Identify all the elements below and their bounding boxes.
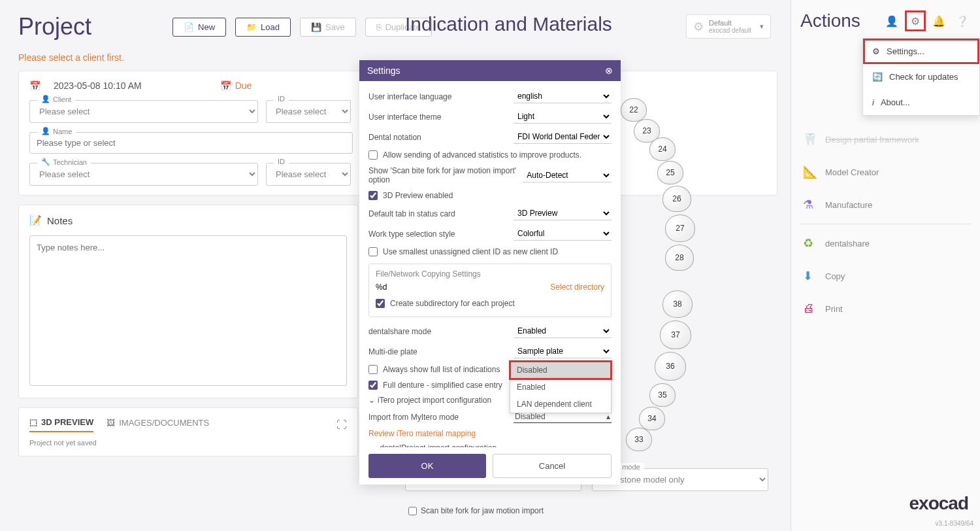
calendar-icon: 📅 — [220, 80, 231, 91]
dental-notation-select[interactable]: FDI World Dental Federation no — [514, 130, 612, 144]
refresh-icon: 🔄 — [872, 72, 883, 82]
multidie-select[interactable]: Sample plate — [514, 345, 612, 358]
due-date[interactable]: 📅Due — [220, 80, 252, 91]
tab-3d-preview[interactable]: ⬚3D PREVIEW — [29, 417, 93, 432]
dental-project-expand[interactable]: ⌄.dentalProject import configuration — [368, 441, 612, 447]
tooth-36[interactable]: 36 — [655, 352, 686, 381]
action-partial-framework[interactable]: 🦷Design partial framework — [800, 123, 971, 156]
tooth-38[interactable]: 38 — [662, 290, 693, 318]
technician-select[interactable]: Please select — [29, 163, 258, 186]
preview-card: ⬚3D PREVIEW 🖼IMAGES/DOCUMENTS ⛶ Project … — [18, 407, 358, 456]
cancel-button[interactable]: Cancel — [493, 454, 612, 478]
file-icon: 📄 — [184, 22, 194, 32]
client-select[interactable]: Please select — [29, 100, 258, 123]
ui-language-select[interactable]: english — [514, 90, 612, 103]
chevron-down-icon: ▾ — [760, 22, 764, 31]
create-subdir-checkbox[interactable] — [376, 299, 385, 308]
sliders-icon: ⚙ — [872, 46, 880, 56]
notes-card: 📝Notes — [18, 205, 358, 398]
tooth-26[interactable]: 26 — [662, 186, 691, 212]
settings-gear-button[interactable]: ⚙ — [907, 12, 924, 29]
brand-logo: exocad — [909, 493, 969, 514]
dropdown-option-lan[interactable]: LAN dependent client — [510, 396, 611, 413]
version-text: v3.1-8349/64 — [936, 520, 973, 527]
print-icon: 🖨 — [803, 301, 817, 316]
user-icon: 👤 — [41, 127, 50, 135]
image-icon: 🖼 — [106, 418, 115, 428]
copy-icon: ⎘ — [376, 22, 382, 32]
allow-stats-checkbox[interactable] — [368, 150, 378, 160]
cube-icon: ⬚ — [29, 417, 37, 427]
default-tab-select[interactable]: 3D Preview — [514, 207, 612, 220]
action-model-creator[interactable]: 📐Model Creator — [800, 156, 971, 188]
smallest-id-checkbox[interactable] — [368, 247, 378, 256]
action-dentalshare[interactable]: ♻dentalshare — [800, 227, 971, 260]
tooth-34[interactable]: 34 — [639, 407, 665, 430]
config-dropdown[interactable]: ⚙ Defaultexocad default ▾ — [686, 14, 771, 39]
tooth-37[interactable]: 37 — [660, 320, 691, 349]
new-button[interactable]: 📄New — [172, 18, 226, 37]
ok-button[interactable]: OK — [368, 454, 486, 478]
action-print[interactable]: 🖨Print — [800, 292, 971, 325]
preview3d-checkbox[interactable] — [368, 191, 378, 200]
chevron-down-icon: ⌄ — [368, 396, 375, 405]
tooth-33[interactable]: 33 — [626, 428, 652, 451]
dropdown-option-enabled[interactable]: Enabled — [510, 379, 611, 396]
settings-dialog: Settings ⊗ User interface languageenglis… — [359, 60, 621, 485]
menu-check-updates[interactable]: 🔄Check for updates — [863, 64, 979, 90]
dropdown-option-disabled[interactable]: Disabled — [510, 362, 611, 379]
always-full-checkbox[interactable] — [368, 365, 378, 374]
ui-theme-select[interactable]: Light — [514, 110, 612, 124]
dialog-title: Settings — [367, 65, 400, 76]
tooth-27[interactable]: 27 — [665, 214, 695, 242]
expand-icon[interactable]: ⛶ — [336, 419, 347, 431]
help-icon[interactable]: ❔ — [954, 12, 971, 29]
close-icon[interactable]: ⊗ — [605, 65, 613, 76]
note-icon: 📝 — [29, 214, 42, 226]
manufacture-icon: ⚗ — [803, 197, 817, 212]
partial-icon: 🦷 — [803, 132, 817, 146]
actions-title: Actions — [800, 10, 877, 31]
share-icon: ♻ — [803, 236, 817, 250]
save-icon: 💾 — [311, 22, 321, 32]
info-icon: i — [872, 97, 874, 107]
tooth-25[interactable]: 25 — [657, 161, 683, 184]
tooth-35[interactable]: 35 — [649, 383, 676, 407]
notes-textarea[interactable] — [29, 235, 347, 386]
client-id-select[interactable]: Please select — [266, 100, 351, 123]
tooth-22[interactable]: 22 — [621, 98, 647, 122]
tab-images[interactable]: 🖼IMAGES/DOCUMENTS — [106, 418, 209, 432]
tooth-24[interactable]: 24 — [649, 137, 676, 161]
wrench-icon: 🔧 — [41, 158, 50, 166]
bell-icon[interactable]: 🔔 — [930, 12, 947, 29]
dentalshare-select[interactable]: Enabled — [514, 324, 612, 338]
calendar-icon: 📅 — [29, 80, 41, 91]
date-text: 2023-05-08 10:10 AM — [54, 80, 142, 91]
chevron-down-icon: ⌄ — [368, 443, 375, 447]
import-myitero-dropdown: Disabled Enabled LAN dependent client — [510, 361, 612, 413]
name-input[interactable] — [29, 132, 353, 154]
load-button[interactable]: 📁Load — [235, 18, 291, 37]
model-icon: 📐 — [803, 165, 817, 179]
menu-about[interactable]: iAbout... — [863, 90, 979, 115]
download-icon: ⬇ — [803, 269, 817, 283]
project-title: Project — [18, 13, 91, 41]
scan-bite-checkbox[interactable]: Scan bite fork for jaw motion import — [408, 506, 544, 515]
select-directory-link[interactable]: Select directory — [550, 283, 604, 292]
full-denture-checkbox[interactable] — [368, 381, 378, 390]
user-icon[interactable]: 👤 — [883, 12, 900, 29]
tooth-28[interactable]: 28 — [665, 245, 694, 271]
save-button: 💾Save — [300, 18, 356, 37]
settings-menu: ⚙Settings... 🔄Check for updates iAbout..… — [862, 38, 980, 116]
folder-icon: 📁 — [246, 22, 257, 32]
saved-status: Project not yet saved — [29, 439, 347, 447]
work-style-select[interactable]: Colorful — [514, 227, 612, 241]
action-manufacture[interactable]: ⚗Manufacture — [800, 188, 971, 221]
bite-fork-select[interactable]: Auto-Detect — [523, 169, 612, 182]
gear-icon: ⚙ — [693, 20, 704, 34]
review-itero-link[interactable]: Review iTero material mapping — [368, 426, 612, 441]
menu-settings[interactable]: ⚙Settings... — [863, 39, 979, 64]
technician-id-select[interactable]: Please select — [266, 163, 351, 186]
action-copy[interactable]: ⬇Copy — [800, 260, 971, 292]
page-title: Indication and Materials — [405, 13, 612, 35]
